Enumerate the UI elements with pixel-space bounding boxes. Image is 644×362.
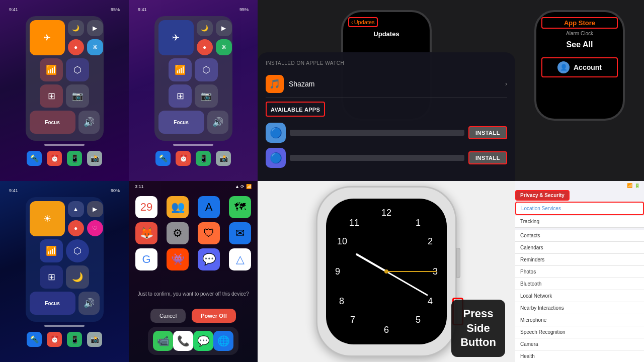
cc-4-2[interactable]: 📷 [195,84,218,108]
cc-focus-btn-wide[interactable]: Focus [30,111,75,134]
dock-icon-4[interactable]: 📸 [87,151,102,166]
cc-btn-e[interactable]: ▲ [68,201,84,217]
install-btn-2[interactable]: INSTALL [468,151,507,164]
app-people[interactable]: 👥 [164,196,191,218]
dock-2-icon-3[interactable]: 📱 [196,151,211,166]
dock-3-icon-3[interactable]: 📱 [67,332,82,347]
contacts-item[interactable]: Contacts [515,230,644,242]
dock-2-icon-2[interactable]: ⏰ [176,151,191,166]
cc-bt-2[interactable]: ⬡ [195,58,218,81]
cc-volume-btn[interactable]: 🔊 [78,111,100,134]
cc-btn-b[interactable]: ▶ [216,20,232,36]
app-mail[interactable]: ✉ [226,222,254,244]
app-settings[interactable]: ⚙ [164,222,191,244]
dock-icon-2[interactable]: ⏰ [47,151,62,166]
watch-crown-2[interactable] [623,37,625,52]
cc-network-btn[interactable]: ✈ [30,20,65,55]
second-hand [386,271,437,272]
dock-icon-3[interactable]: 📱 [67,151,82,166]
shazam-app-row[interactable]: 🎵 Shazam › [266,71,507,98]
dock-icon-1[interactable]: 🔦 [27,151,42,166]
app-google[interactable]: G [133,248,160,270]
dock-2-icon-1[interactable]: 🔦 [155,151,171,166]
cc-4-3[interactable]: 🌙 [66,265,89,289]
cc-btn-f[interactable]: ▶ [87,201,103,217]
watch-side-btn-2[interactable] [623,83,625,94]
cc-btn-h[interactable]: ♡ [87,220,103,236]
app-brave[interactable]: 🛡 [195,222,222,244]
app-appstore[interactable]: A [195,196,222,218]
cell-ios-cc-purple: 9:41 95% ✈ 🌙 ▶ ● ❋ [129,0,258,181]
cc-btn-d[interactable]: ❋ [216,39,232,55]
dock-facetime[interactable]: 📹 [153,331,173,351]
dock-row-3: 🔦 ⏰ 📱 📸 [27,332,102,347]
cc-bt-3[interactable]: ⬡ [66,239,89,262]
clock-num-6: 6 [384,325,389,335]
cc-wifi-2[interactable]: 📶 [169,58,192,81]
nearby-item[interactable]: Nearby Interactions [515,302,644,314]
cc-focus-3[interactable]: Focus [30,292,75,315]
reminders-label: Reminders [520,257,544,262]
account-btn[interactable]: 👤 Account [541,57,618,77]
cancel-btn[interactable]: Cancel [150,309,186,323]
top-row: 9:41 95% ✈ 🌙 ▶ ● ❋ [0,0,644,181]
watch-crown[interactable] [430,37,432,52]
app-maps[interactable]: 🗺 [226,196,254,218]
cc-orange-btn-3[interactable]: ☀ [30,201,65,236]
cc-btn-3[interactable]: ⊞ [40,84,63,108]
reminders-item[interactable]: Reminders [515,254,644,266]
power-confirm-text: Just to confirm, you want to power off t… [137,291,249,297]
photos-item[interactable]: Photos [515,266,644,278]
cc-focus-2[interactable]: Focus [158,111,204,134]
cc-btn-wifi[interactable]: 📶 [40,58,63,81]
cc-airplane-btn-2[interactable]: ✈ [158,20,194,55]
cc-focus-btn[interactable]: 🌙 [68,20,84,36]
cc-red-btn[interactable]: ● [68,39,84,55]
tracking-item[interactable]: Tracking [515,216,644,228]
cc-btn-a[interactable]: 🌙 [197,20,213,36]
cc-wifi-3[interactable]: 📶 [40,239,63,262]
dock-3-icon-4[interactable]: 📸 [87,332,102,347]
watch-back-nav[interactable]: ‹ Updates [348,17,378,27]
cc-extra-btn[interactable]: ▶ [87,20,103,36]
cc-vol-3[interactable]: 🔊 [78,292,100,315]
app-calendar[interactable]: 29 [133,196,160,218]
status-battery: 95% [111,7,120,12]
app-drive[interactable]: △ [226,248,254,270]
clock-num-5: 5 [416,315,421,325]
cc-btn-g[interactable]: ● [68,220,84,236]
app-firefox[interactable]: 🦊 [133,222,160,244]
app-discord[interactable]: 💬 [195,248,222,270]
app-reddit[interactable]: 👾 [164,248,191,270]
see-all-btn[interactable]: See All [541,40,618,49]
dock-phone[interactable]: 📞 [173,331,193,351]
bluetooth-item[interactable]: Bluetooth [515,278,644,290]
dock-safari[interactable]: 🌐 [213,331,233,351]
dock-3-icon-2[interactable]: ⏰ [47,332,62,347]
tracking-label: Tracking [520,219,539,224]
account-icon: 👤 [557,61,570,73]
camera-item[interactable]: Camera [515,338,644,350]
cc-btn-bt[interactable]: ⬡ [66,58,89,81]
local-network-item[interactable]: Local Network [515,290,644,302]
dock-whatsapp[interactable]: 💬 [193,331,213,351]
cc-3-2[interactable]: ⊞ [169,84,192,108]
cc-btn-4[interactable]: 📷 [66,84,89,108]
privacy-security-header[interactable]: Privacy & Security [515,190,570,201]
calendars-item[interactable]: Calendars [515,242,644,254]
power-off-btn[interactable]: Power Off [192,309,236,323]
health-item[interactable]: Health [515,350,644,362]
cc-vol-2[interactable]: 🔊 [207,111,228,134]
install-btn-1[interactable]: INSTALL [468,126,507,139]
clock-num-2: 2 [428,236,433,247]
watch-crown-main[interactable] [456,248,460,278]
dock-2-icon-4[interactable]: 📸 [216,151,231,166]
cc-btn-c[interactable]: ● [197,39,213,55]
microphone-item[interactable]: Microphone [515,314,644,326]
speech-item[interactable]: Speech Recognition [515,326,644,338]
location-services-item[interactable]: Location Services [515,202,644,215]
time-apps: 3:11 [135,184,144,189]
dock-3-icon-1[interactable]: 🔦 [27,332,42,347]
cc-3-3[interactable]: ⊞ [40,265,63,289]
cc-blue-btn[interactable]: ❋ [87,39,103,55]
